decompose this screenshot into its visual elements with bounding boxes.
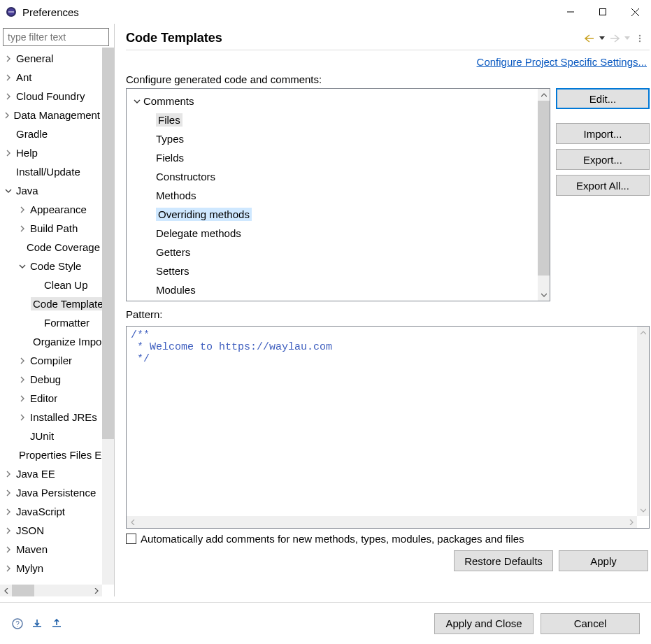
close-button[interactable] [619,1,651,22]
chevron-right-icon[interactable] [3,508,14,515]
sidebar-item[interactable]: Editor [0,389,102,408]
chevron-down-icon[interactable] [17,263,28,270]
sidebar-item[interactable]: JavaScript [0,502,102,521]
sidebar-item[interactable]: Ant [0,68,102,87]
template-tree-item[interactable]: Setters [131,262,538,280]
sidebar-item[interactable]: Java EE [0,464,102,483]
chevron-right-icon[interactable] [3,74,14,81]
sidebar-item[interactable]: Build Path [0,219,102,238]
chevron-right-icon[interactable] [17,206,28,213]
sidebar-item[interactable]: Appearance [0,200,102,219]
scroll-left-icon[interactable] [127,516,138,528]
import-prefs-icon[interactable] [31,617,43,630]
chevron-right-icon[interactable] [3,489,14,496]
chevron-right-icon[interactable] [17,225,28,232]
chevron-right-icon[interactable] [3,112,12,119]
chevron-down-icon[interactable] [3,187,14,194]
sidebar-item[interactable]: Cloud Foundry [0,87,102,106]
scroll-down-icon[interactable] [538,289,550,301]
scroll-left-icon[interactable] [0,585,12,596]
configure-project-settings-link[interactable]: Configure Project Specific Settings... [477,56,647,68]
sidebar-item[interactable]: Organize Imports [0,332,102,351]
sidebar-item[interactable]: Mylyn [0,559,102,578]
sidebar-item[interactable]: Compiler [0,351,102,370]
maximize-button[interactable] [587,1,619,22]
auto-comments-checkbox[interactable] [126,534,136,544]
sidebar-item[interactable]: Clean Up [0,276,102,294]
chevron-right-icon[interactable] [3,565,14,572]
sidebar-item[interactable]: Code Style [0,257,102,276]
apply-button[interactable]: Apply [559,550,648,571]
minimize-button[interactable] [555,1,587,22]
restore-defaults-button[interactable]: Restore Defaults [454,550,553,571]
sidebar-item[interactable]: Gradle [0,124,102,143]
apply-and-close-button[interactable]: Apply and Close [434,613,534,634]
sidebar-item[interactable]: Properties Files Editor [0,445,102,464]
sidebar-item[interactable]: Java Persistence [0,483,102,502]
template-tree-item[interactable]: Constructors [131,167,538,186]
scrollbar-thumb[interactable] [538,101,550,276]
chevron-right-icon[interactable] [3,471,14,478]
export-prefs-icon[interactable] [50,617,63,630]
sidebar-item[interactable]: Code Coverage [0,238,102,257]
sidebar-item[interactable]: Maven [0,540,102,559]
scrollbar-thumb[interactable] [102,48,114,439]
sidebar-item[interactable]: Help [0,143,102,162]
menu-icon[interactable] [634,33,645,44]
chevron-right-icon[interactable] [17,414,28,421]
scroll-right-icon[interactable] [625,516,637,528]
export-all-button[interactable]: Export All... [556,175,650,196]
template-tree-item[interactable]: Getters [131,243,538,262]
template-tree-item[interactable]: Fields [131,148,538,167]
chevron-right-icon[interactable] [3,93,14,100]
sidebar-item[interactable]: JSON [0,521,102,540]
edit-button[interactable]: Edit... [556,88,650,109]
chevron-right-icon[interactable] [17,395,28,402]
sidebar-item[interactable]: Data Management [0,106,102,124]
back-dropdown-icon[interactable] [596,33,608,44]
preferences-tree[interactable]: GeneralAntCloud FoundryData ManagementGr… [0,48,114,596]
scroll-down-icon[interactable] [637,504,649,516]
pattern-scrollbar-h[interactable] [127,516,637,528]
templates-scrollbar[interactable] [538,89,550,301]
sidebar-item[interactable]: General [0,49,102,68]
scrollbar-thumb-h[interactable] [12,585,34,596]
scroll-right-icon[interactable] [90,585,102,596]
forward-dropdown-icon[interactable] [622,33,633,44]
chevron-down-icon[interactable] [131,98,143,105]
chevron-right-icon[interactable] [3,150,14,157]
import-button[interactable]: Import... [556,123,650,144]
export-button[interactable]: Export... [556,149,650,170]
cancel-button[interactable]: Cancel [541,613,640,634]
back-icon[interactable] [584,33,595,44]
scroll-up-icon[interactable] [637,327,649,338]
scroll-up-icon[interactable] [538,89,550,101]
sidebar-item[interactable]: Installed JREs [0,408,102,427]
sidebar-item[interactable]: Formatter [0,313,102,332]
chevron-right-icon[interactable] [3,546,14,553]
forward-icon[interactable] [609,33,620,44]
pattern-textarea[interactable]: /** * Welcome to https://waylau.com */ [126,326,650,529]
filter-input[interactable] [3,28,109,46]
sidebar-item[interactable]: Java [0,181,102,200]
sidebar-item[interactable]: Code Templates [0,294,102,313]
sidebar-item[interactable]: Debug [0,370,102,389]
sidebar-item[interactable]: JUnit [0,427,102,445]
template-tree-item[interactable]: Methods [131,186,538,205]
chevron-right-icon[interactable] [3,55,14,62]
template-tree-item[interactable]: Delegate methods [131,224,538,243]
template-tree-item[interactable]: Modules [131,280,538,299]
templates-tree[interactable]: CommentsFilesTypesFieldsConstructorsMeth… [126,88,550,301]
template-tree-item[interactable]: Types [131,129,538,148]
sidebar-item[interactable]: Install/Update [0,162,102,181]
template-tree-root[interactable]: Comments [131,92,538,110]
scrollbar-horizontal[interactable] [0,585,102,596]
template-tree-item[interactable]: Overriding methods [131,205,538,224]
chevron-right-icon[interactable] [17,376,28,383]
scrollbar-vertical[interactable] [102,48,114,585]
pattern-content[interactable]: /** * Welcome to https://waylau.com */ [131,329,635,514]
chevron-right-icon[interactable] [17,357,28,364]
pattern-scrollbar-v[interactable] [637,327,649,516]
help-icon[interactable]: ? [11,617,24,630]
chevron-right-icon[interactable] [3,527,14,534]
